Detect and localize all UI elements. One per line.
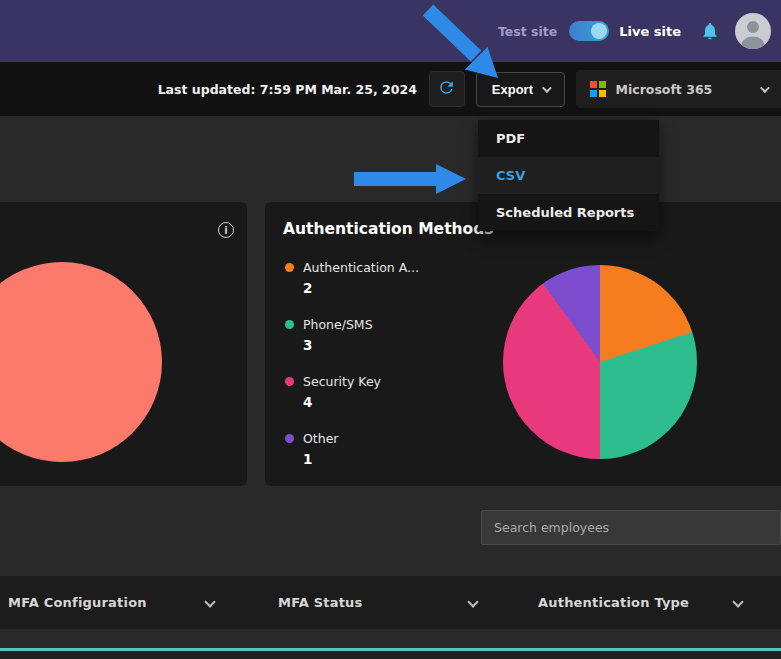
legend-item: Security Key 4 bbox=[285, 374, 419, 410]
legend-label: Phone/SMS bbox=[303, 317, 373, 332]
annotation-arrow-csv bbox=[348, 160, 470, 200]
pie-legend: Authentication A... 2 Phone/SMS 3 Securi… bbox=[285, 260, 419, 486]
legend-item: Authentication A... 2 bbox=[285, 260, 419, 296]
authentication-methods-card: Authentication Methods Authentication A.… bbox=[265, 202, 781, 486]
chevron-down-icon[interactable] bbox=[732, 596, 743, 607]
test-site-label: Test site bbox=[498, 24, 557, 39]
export-button[interactable]: Export bbox=[476, 72, 565, 107]
export-dropdown-menu: PDF CSV Scheduled Reports bbox=[478, 120, 659, 231]
legend-label: Security Key bbox=[303, 374, 381, 389]
card-title: Authentication Methods bbox=[283, 220, 494, 238]
legend-value: 3 bbox=[303, 337, 373, 353]
legend-dot bbox=[285, 263, 294, 272]
chevron-down-icon[interactable] bbox=[467, 596, 478, 607]
user-avatar[interactable] bbox=[735, 13, 771, 49]
tenant-selector-label: Microsoft 365 bbox=[616, 82, 751, 97]
microsoft-logo-icon bbox=[590, 81, 606, 97]
legend-item: Phone/SMS 3 bbox=[285, 317, 419, 353]
column-header-mfa-configuration: MFA Configuration bbox=[8, 576, 147, 629]
chevron-down-icon bbox=[760, 83, 770, 93]
column-header-authentication-type: Authentication Type bbox=[538, 576, 689, 629]
chevron-down-icon[interactable] bbox=[204, 596, 215, 607]
top-header: Test site Live site bbox=[0, 0, 781, 62]
legend-value: 1 bbox=[303, 451, 339, 467]
dashboard-screen: Test site Live site Last updated: 7:59 P… bbox=[0, 0, 781, 659]
refresh-button[interactable] bbox=[429, 71, 465, 107]
site-mode-toggle[interactable] bbox=[569, 21, 609, 41]
left-pie-chart bbox=[0, 262, 162, 462]
toolbar: Last updated: 7:59 PM Mar. 25, 2024 Expo… bbox=[0, 62, 781, 116]
menu-item-csv[interactable]: CSV bbox=[478, 157, 659, 194]
export-button-label: Export bbox=[492, 82, 533, 97]
menu-item-scheduled-reports[interactable]: Scheduled Reports bbox=[478, 194, 659, 231]
table-row-sliver bbox=[0, 651, 781, 659]
column-header-mfa-status: MFA Status bbox=[278, 576, 362, 629]
refresh-icon bbox=[437, 78, 456, 100]
toggle-knob bbox=[591, 23, 607, 39]
live-site-label: Live site bbox=[619, 24, 681, 39]
last-updated-text: Last updated: 7:59 PM Mar. 25, 2024 bbox=[158, 82, 417, 97]
legend-item: Other 1 bbox=[285, 431, 419, 467]
legend-dot bbox=[285, 434, 294, 443]
legend-label: Other bbox=[303, 431, 339, 446]
legend-dot bbox=[285, 377, 294, 386]
legend-label: Authentication A... bbox=[303, 260, 419, 275]
legend-value: 4 bbox=[303, 394, 381, 410]
menu-item-pdf[interactable]: PDF bbox=[478, 120, 659, 157]
legend-dot bbox=[285, 320, 294, 329]
info-icon[interactable]: i bbox=[218, 222, 234, 238]
legend-value: 2 bbox=[303, 280, 419, 296]
tenant-selector[interactable]: Microsoft 365 bbox=[576, 70, 781, 108]
table-header: MFA Configuration MFA Status Authenticat… bbox=[0, 576, 781, 629]
search-employees-input[interactable] bbox=[481, 510, 781, 545]
notifications-bell-icon[interactable] bbox=[699, 20, 721, 42]
authentication-methods-pie-chart bbox=[503, 265, 697, 459]
chevron-down-icon bbox=[542, 83, 552, 93]
left-chart-card: i bbox=[0, 202, 247, 486]
